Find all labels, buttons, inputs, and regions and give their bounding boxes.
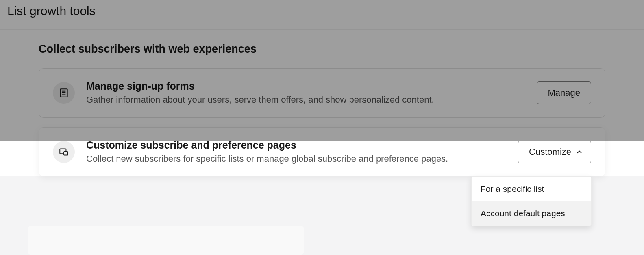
chevron-up-icon — [575, 148, 583, 156]
main-content: Collect subscribers with web experiences… — [0, 30, 644, 176]
manage-button[interactable]: Manage — [537, 81, 591, 104]
customize-button-label: Customize — [529, 147, 571, 157]
svg-rect-5 — [64, 152, 68, 155]
card-text: Customize subscribe and preference pages… — [86, 139, 507, 165]
placeholder-card — [28, 226, 304, 255]
dropdown-item-account-default[interactable]: Account default pages — [472, 201, 591, 226]
card-description: Gather information about your users, ser… — [86, 94, 525, 106]
manage-button-label: Manage — [548, 88, 580, 98]
card-text: Manage sign-up forms Gather information … — [86, 80, 525, 106]
customize-button[interactable]: Customize — [518, 141, 591, 163]
card-title: Manage sign-up forms — [86, 80, 525, 92]
page-header: List growth tools — [0, 0, 644, 30]
form-icon — [53, 82, 75, 104]
card-customize-pages: Customize subscribe and preference pages… — [39, 128, 605, 177]
devices-icon — [53, 141, 75, 163]
page-title: List growth tools — [7, 4, 637, 18]
card-signup-forms: Manage sign-up forms Gather information … — [39, 68, 605, 118]
customize-dropdown: For a specific list Account default page… — [471, 176, 592, 226]
card-description: Collect new subscribers for specific lis… — [86, 153, 507, 165]
dropdown-item-specific-list[interactable]: For a specific list — [472, 177, 591, 201]
section-title: Collect subscribers with web experiences — [39, 43, 605, 55]
card-title: Customize subscribe and preference pages — [86, 139, 507, 151]
